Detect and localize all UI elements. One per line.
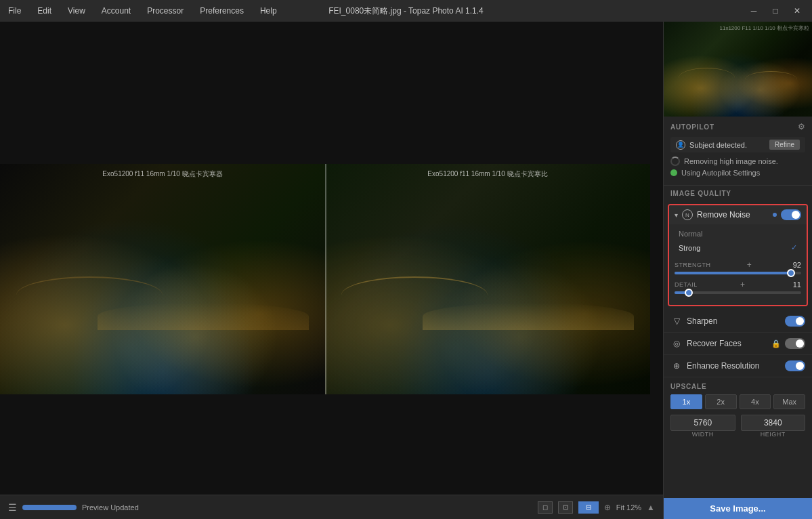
loading-icon — [670, 157, 680, 166]
upscale-4x-button[interactable]: 4x — [740, 394, 771, 409]
subject-icon: 👤 — [676, 140, 685, 150]
exif-label-left: Exo51200 f11 16mm 1/10 晓点卡宾寒器 — [102, 169, 222, 179]
main-layout: Exo51200 f11 16mm 1/10 晓点卡宾寒器 Exo51200 f… — [0, 22, 812, 519]
height-value[interactable]: 3840 — [741, 415, 806, 431]
remove-noise-title: Remove Noise — [697, 210, 769, 220]
bottom-left: ☰ Preview Updated — [8, 502, 139, 513]
menu-processor[interactable]: Processor — [144, 5, 186, 17]
thumb-info: 11x1200 F11 1/10 1/10 相点卡宾寒粒 — [719, 24, 809, 32]
refine-button[interactable]: Refine — [769, 140, 800, 150]
menu-account[interactable]: Account — [99, 5, 133, 17]
zoom-up-icon[interactable]: ▲ — [647, 503, 655, 512]
close-button[interactable]: ✕ — [788, 4, 807, 18]
iq-section-title: IMAGE QUALITY — [664, 186, 812, 200]
remove-noise-icon: N — [682, 209, 693, 220]
autopilot-header: AUTOPILOT ⚙ — [670, 122, 805, 131]
detail-slider-row: DETAIL + 11 — [675, 280, 801, 294]
image-panel-before: Exo51200 f11 16mm 1/10 晓点卡宾寒器 — [0, 164, 325, 394]
zoom-icon: ⊕ — [604, 503, 611, 512]
check-icon: ✓ — [791, 243, 797, 252]
remove-noise-section: ▾ N Remove Noise Normal Strong ✓ — [668, 204, 808, 306]
thumb-arch-2 — [745, 71, 797, 88]
recover-faces-icon: ◎ — [670, 337, 683, 350]
dimension-row: 5760 WIDTH 3840 HEIGHT — [670, 415, 805, 440]
window-title: FEI_0080未简略.jpg - Topaz Photo AI 1.1.4 — [328, 5, 484, 17]
view-split-button[interactable]: ⊟ — [578, 501, 599, 514]
height-label: HEIGHT — [741, 431, 806, 438]
menu-bar[interactable]: File Edit View Account Processor Prefere… — [5, 5, 280, 17]
status-using-row: Using Autopilot Settings — [670, 169, 805, 177]
window-controls[interactable]: ─ □ ✕ — [744, 4, 807, 18]
upscale-max-button[interactable]: Max — [773, 394, 805, 409]
sharpen-row[interactable]: ▽ Sharpen — [664, 310, 812, 333]
subject-detected-row: 👤 Subject detected. Refine — [670, 137, 805, 152]
thumb-overlay — [664, 22, 812, 117]
right-panel: 11x1200 F11 1/10 1/10 相点卡宾寒粒 AUTOPILOT ⚙… — [663, 22, 812, 519]
detail-thumb[interactable] — [685, 289, 693, 297]
sharpen-toggle[interactable] — [785, 316, 805, 327]
upscale-title: UPSCALE — [670, 383, 805, 390]
strength-label-row: STRENGTH + 92 — [675, 260, 801, 270]
detail-label-row: DETAIL + 11 — [675, 280, 801, 289]
menu-help[interactable]: Help — [257, 5, 280, 17]
preview-label: Preview Updated — [82, 503, 139, 512]
preview-progress-bar — [22, 505, 77, 510]
image-panel-after: Exo51200 f11 16mm 1/10 晓点卡宾寒比 — [325, 164, 650, 394]
strength-fill — [675, 272, 791, 274]
width-value[interactable]: 5760 — [670, 415, 735, 431]
sharpen-icon: ▽ — [670, 315, 683, 327]
upscale-buttons: 1x 2x 4x Max — [670, 394, 805, 409]
menu-preferences[interactable]: Preferences — [197, 5, 247, 17]
remove-noise-toggle[interactable] — [781, 209, 801, 220]
minimize-button[interactable]: ─ — [744, 4, 763, 18]
gear-icon[interactable]: ⚙ — [798, 122, 805, 131]
arch-glow-left — [98, 303, 309, 330]
upscale-1x-button[interactable]: 1x — [670, 394, 702, 409]
zoom-label: Fit 12% — [616, 503, 641, 512]
bottom-bar: ☰ Preview Updated ◻ ⊡ ⊟ ⊕ Fit 12% ▲ — [0, 495, 663, 519]
detail-slider[interactable] — [675, 291, 801, 294]
recover-faces-toggle[interactable] — [785, 338, 805, 349]
image-viewport[interactable]: Exo51200 f11 16mm 1/10 晓点卡宾寒器 Exo51200 f… — [0, 22, 663, 495]
strength-label: STRENGTH — [675, 262, 711, 268]
autopilot-title: AUTOPILOT — [670, 123, 794, 131]
image-quality-wrapper: IMAGE QUALITY ▾ N Remove Noise Normal — [664, 186, 812, 310]
status-using-text: Using Autopilot Settings — [681, 169, 760, 177]
autopilot-section: AUTOPILOT ⚙ 👤 Subject detected. Refine R… — [664, 117, 812, 186]
arch-glow-right — [423, 303, 634, 330]
exif-label-right: Exo51200 f11 16mm 1/10 晓点卡宾寒比 — [427, 169, 547, 179]
view-compare-button[interactable]: ⊡ — [558, 501, 573, 514]
mode-strong[interactable]: Strong ✓ — [675, 241, 801, 255]
green-dot-icon — [670, 169, 677, 176]
strength-slider[interactable] — [675, 272, 801, 274]
slider-section: STRENGTH + 92 DETAIL + 11 — [669, 257, 807, 305]
enhance-resolution-row[interactable]: ⊕ Enhance Resolution — [664, 355, 812, 377]
enhance-resolution-icon: ⊕ — [670, 360, 683, 372]
maximize-button[interactable]: □ — [766, 4, 785, 18]
split-divider[interactable] — [325, 164, 326, 394]
strength-slider-row: STRENGTH + 92 — [675, 260, 801, 274]
menu-view[interactable]: View — [65, 5, 88, 17]
split-images: Exo51200 f11 16mm 1/10 晓点卡宾寒器 Exo51200 f… — [0, 164, 650, 394]
hamburger-icon[interactable]: ☰ — [8, 502, 17, 513]
strength-plus-icon[interactable]: + — [747, 260, 752, 270]
enhance-resolution-toggle[interactable] — [785, 360, 805, 371]
remove-noise-header[interactable]: ▾ N Remove Noise — [669, 205, 807, 224]
menu-edit[interactable]: Edit — [35, 5, 54, 17]
upscale-2x-button[interactable]: 2x — [705, 394, 737, 409]
recover-faces-row[interactable]: ◎ Recover Faces 🔒 — [664, 333, 812, 355]
width-field: 5760 WIDTH — [670, 415, 735, 440]
strength-thumb[interactable] — [787, 269, 795, 277]
menu-file[interactable]: File — [5, 5, 24, 17]
status-removing-text: Removing high image noise. — [684, 157, 778, 165]
thumb-arch-1 — [679, 68, 735, 88]
upscale-section: UPSCALE 1x 2x 4x Max 5760 WIDTH 3840 HEI… — [664, 377, 812, 445]
title-bar: File Edit View Account Processor Prefere… — [0, 0, 812, 22]
detail-value: 11 — [788, 281, 801, 289]
detail-plus-icon[interactable]: + — [740, 280, 745, 289]
width-label: WIDTH — [670, 431, 735, 438]
thumbnail-image: 11x1200 F11 1/10 1/10 相点卡宾寒粒 — [664, 22, 812, 117]
mode-normal[interactable]: Normal — [675, 227, 801, 241]
view-single-button[interactable]: ◻ — [538, 501, 553, 514]
save-image-button[interactable]: Save Image... — [664, 498, 812, 519]
